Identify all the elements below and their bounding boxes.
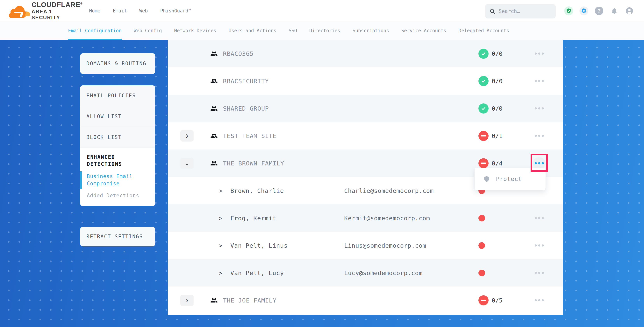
member-row-van-pelt-linus: >Van Pelt, LinusLinus@somedemocorp.com: [168, 232, 563, 259]
sidebar-item-added-detections[interactable]: Added Detections: [87, 192, 150, 199]
group-row-rbaco365: RBACO3650/0: [168, 40, 563, 67]
tab-users-and-actions[interactable]: Users and Actions: [228, 22, 276, 40]
search-box[interactable]: [485, 4, 556, 18]
group-icon: [210, 132, 218, 140]
row-actions-menu-button[interactable]: [533, 47, 545, 60]
protection-count: 0/1: [492, 132, 502, 139]
sidebar-item-retract-settings[interactable]: RETRACT SETTINGS: [80, 227, 155, 246]
group-row-the-joe-family: ❯THE JOE FAMILY0/5: [168, 287, 563, 314]
enhanced-detections-title: ENHANCED DETECTIONS: [87, 154, 150, 168]
group-row-test-team-site: ❯TEST TEAM SITE0/1: [168, 122, 563, 149]
tab-subscriptions[interactable]: Subscriptions: [352, 22, 389, 40]
expand-member-chevron[interactable]: >: [219, 187, 222, 194]
member-email: Kermit@somedemocorp.com: [344, 215, 430, 222]
nav-link-phishguard[interactable]: PhishGuard™: [160, 8, 191, 13]
sidebar-item-enhanced-detections[interactable]: ENHANCED DETECTIONS Business Email Compr…: [80, 148, 155, 206]
status-unprotected-dot: [478, 242, 485, 249]
group-name: THE JOE FAMILY: [223, 297, 276, 304]
group-name: RBACSECURITY: [223, 78, 269, 85]
expand-group-button[interactable]: ❯: [180, 130, 194, 142]
header-nav: HomeEmailWebPhishGuard™: [89, 0, 191, 22]
status-protected-icon: [478, 103, 488, 113]
config-tab-bar: Email ConfigurationWeb ConfigNetwork Dev…: [0, 22, 644, 40]
search-icon: [489, 8, 496, 14]
sidebar-item-allow-list[interactable]: ALLOW LIST: [80, 106, 155, 127]
protection-count: 0/4: [492, 160, 502, 167]
group-icon: [210, 50, 218, 57]
status-unprotected-icon: [478, 295, 488, 306]
protection-count: 0/0: [492, 105, 502, 112]
group-icon: [210, 77, 218, 85]
context-menu-item-label: Protect: [496, 176, 522, 182]
member-email: Lucy@somedemocorp.com: [344, 270, 422, 277]
collapse-group-button[interactable]: ⌄: [180, 158, 194, 169]
sidebar-item-domains-routing[interactable]: DOMAINS & ROUTING: [80, 53, 155, 74]
brand-name: CLOUDFLARE®: [32, 1, 82, 8]
status-protected-icon: [478, 76, 488, 86]
protection-count: 0/0: [492, 50, 502, 57]
settings-gear-icon[interactable]: [580, 6, 588, 15]
status-unprotected-icon: [478, 131, 488, 141]
shield-icon: [483, 176, 490, 183]
account-icon[interactable]: [625, 6, 634, 15]
expand-member-chevron[interactable]: >: [219, 215, 222, 221]
notifications-bell-icon[interactable]: [610, 6, 619, 15]
member-name: Frog, Kermit: [230, 215, 276, 222]
member-name: Van Pelt, Lucy: [230, 270, 284, 277]
tab-delegated-accounts[interactable]: Delegated Accounts: [458, 22, 509, 40]
page-background: DOMAINS & ROUTING EMAIL POLICIESALLOW LI…: [0, 40, 644, 327]
status-unprotected-dot: [478, 215, 485, 221]
member-name: Brown, Charlie: [230, 187, 284, 194]
tab-network-devices[interactable]: Network Devices: [174, 22, 216, 40]
protection-count: 0/0: [492, 78, 502, 85]
row-actions-menu-button[interactable]: [533, 239, 545, 252]
cloudflare-cloud-icon: [9, 3, 30, 18]
sidebar-item-block-list[interactable]: BLOCK LIST: [80, 127, 155, 148]
status-unprotected-dot: [478, 270, 485, 276]
expand-group-button[interactable]: ❯: [180, 295, 194, 306]
brand-subtitle: AREA 1 SECURITY: [32, 8, 82, 20]
row-actions-menu-button[interactable]: [533, 102, 545, 115]
protection-count: 0/5: [492, 297, 502, 304]
tab-email-configuration[interactable]: Email Configuration: [68, 22, 122, 40]
group-name: THE BROWN FAMILY: [223, 160, 284, 167]
member-name: Van Pelt, Linus: [230, 242, 288, 249]
row-actions-menu-button[interactable]: [533, 294, 545, 307]
nav-link-web[interactable]: Web: [139, 8, 148, 13]
tab-service-accounts[interactable]: Service Accounts: [402, 22, 446, 40]
group-name: RBACO365: [223, 50, 254, 57]
expand-member-chevron[interactable]: >: [219, 270, 222, 276]
group-icon: [210, 160, 218, 167]
group-name: TEST TEAM SITE: [223, 132, 276, 139]
row-actions-menu-button[interactable]: [533, 267, 545, 279]
sidebar-label: DOMAINS & ROUTING: [86, 61, 146, 66]
help-icon[interactable]: ?: [594, 6, 604, 15]
protection-status-icon[interactable]: [564, 6, 573, 15]
row-actions-menu-button[interactable]: [533, 212, 545, 224]
nav-link-home[interactable]: Home: [89, 8, 100, 13]
nav-link-email[interactable]: Email: [113, 8, 127, 13]
header-icon-group: ?: [564, 6, 634, 15]
group-icon: [210, 297, 218, 304]
sidebar-item-email-policies[interactable]: EMAIL POLICIES: [80, 85, 155, 106]
group-name: SHARED_GROUP: [223, 105, 269, 112]
group-row-shared-group: SHARED_GROUP0/0: [168, 95, 563, 122]
group-icon: [210, 105, 218, 112]
tab-sso[interactable]: SSO: [288, 22, 297, 40]
sidebar-item-business-email-compromise[interactable]: Business Email Compromise: [87, 173, 150, 187]
tab-web-config[interactable]: Web Config: [134, 22, 162, 40]
group-row-rbacsecurity: RBACSECURITY0/0: [168, 67, 563, 95]
row-actions-menu-button[interactable]: [533, 130, 545, 142]
member-email: Linus@somedemocorp.com: [344, 242, 426, 249]
groups-table: RBACO3650/0RBACSECURITY0/0SHARED_GROUP0/…: [168, 40, 563, 315]
member-row-van-pelt-lucy: >Van Pelt, LucyLucy@somedemocorp.com: [168, 259, 563, 287]
row-actions-menu-button[interactable]: [533, 157, 545, 170]
search-input[interactable]: [499, 8, 552, 14]
tab-directories[interactable]: Directories: [309, 22, 340, 40]
context-menu-protect[interactable]: Protect: [474, 168, 546, 190]
row-actions-menu-button[interactable]: [533, 75, 545, 87]
expand-member-chevron[interactable]: >: [219, 242, 222, 249]
status-unprotected-icon: [478, 158, 488, 168]
status-protected-icon: [478, 49, 488, 59]
cloudflare-logo[interactable]: CLOUDFLARE® AREA 1 SECURITY: [9, 1, 77, 20]
